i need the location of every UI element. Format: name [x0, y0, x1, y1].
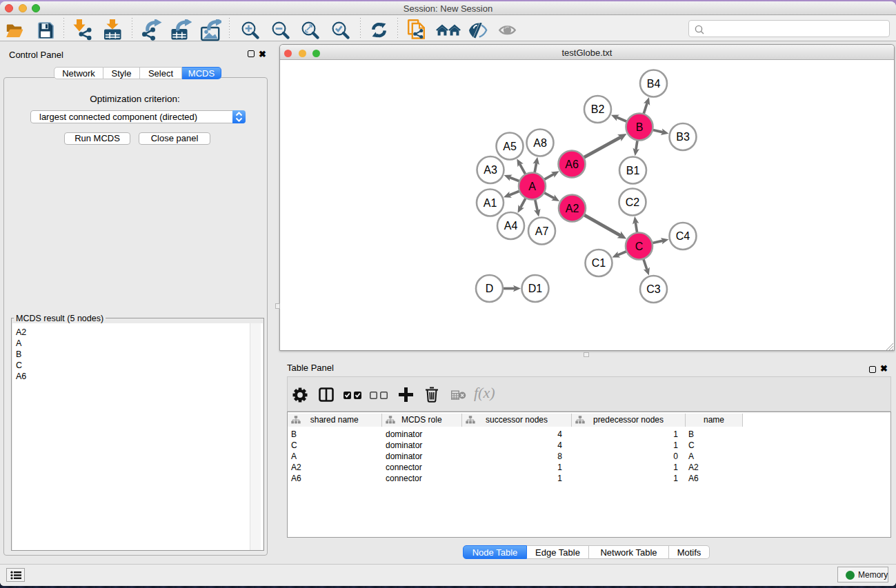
- svg-text:f(x): f(x): [474, 385, 495, 401]
- svg-text:A4: A4: [504, 220, 518, 232]
- svg-text:A3: A3: [484, 164, 497, 176]
- svg-text:C2: C2: [626, 196, 640, 208]
- svg-text:A6: A6: [565, 159, 579, 170]
- svg-text:A8: A8: [533, 137, 547, 149]
- svg-text:C: C: [635, 241, 644, 252]
- svg-text:D1: D1: [528, 283, 543, 294]
- svg-text:A7: A7: [535, 225, 549, 237]
- svg-text:C1: C1: [592, 257, 606, 269]
- svg-text:C3: C3: [646, 283, 661, 295]
- svg-text:D: D: [486, 283, 494, 294]
- svg-text:B3: B3: [676, 131, 690, 143]
- svg-text:B1: B1: [626, 165, 640, 176]
- svg-text:A2: A2: [566, 203, 579, 214]
- svg-text:C4: C4: [676, 230, 690, 242]
- svg-text:B4: B4: [647, 78, 661, 90]
- svg-text:A1: A1: [484, 197, 497, 209]
- svg-text:A: A: [528, 181, 536, 192]
- svg-text:B2: B2: [591, 103, 605, 115]
- svg-text:A5: A5: [503, 141, 517, 152]
- svg-text:B: B: [636, 121, 644, 133]
